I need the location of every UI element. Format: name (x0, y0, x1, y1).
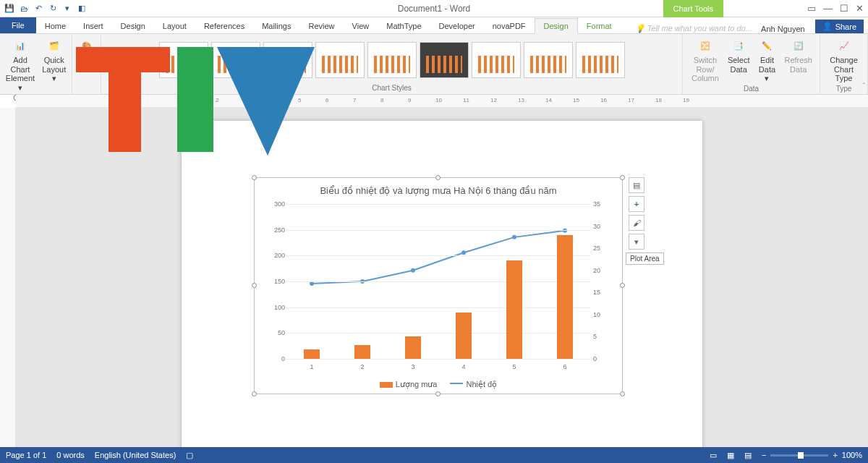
y-right-tick: 10 (593, 311, 610, 318)
y-right-tick: 20 (593, 267, 610, 274)
chart-side-buttons: ▤ + 🖌 ▾ (629, 177, 644, 250)
status-page[interactable]: Page 1 of 1 (6, 451, 46, 459)
view-read-mode-icon[interactable]: ▭ (710, 451, 717, 460)
group-type: 📈 Change Chart Type Type (820, 34, 868, 94)
group-change-colors: 🎨 (72, 34, 101, 94)
tab-chart-format[interactable]: Format (578, 19, 621, 33)
tab-review[interactable]: Review (300, 19, 344, 33)
status-language[interactable]: English (United States) (95, 451, 176, 459)
category-label: 3 (405, 363, 421, 370)
edit-data-button[interactable]: ✏️ Edit Data ▾ (754, 35, 780, 85)
legend-item-line[interactable]: Nhiệt độ (450, 380, 497, 389)
chart-styles-button[interactable]: 🖌 (629, 215, 644, 231)
touch-mode-icon[interactable]: ◧ (77, 4, 87, 14)
select-data-icon: 📑 (728, 37, 749, 54)
plot-area[interactable]: 05010015020025030005101520253035123456 (286, 204, 590, 359)
chart-style-thumb[interactable] (472, 42, 521, 78)
zoom-out-icon[interactable]: − (762, 451, 766, 459)
category-label: 4 (456, 363, 472, 370)
tab-insert[interactable]: Insert (75, 19, 112, 33)
open-icon[interactable]: 🗁 (19, 4, 29, 14)
minimize-icon[interactable]: — (823, 3, 833, 14)
chart-style-thumb[interactable] (576, 42, 625, 78)
view-print-layout-icon[interactable]: ▦ (727, 451, 734, 460)
refresh-data-button: 🔄 Refresh Data (781, 35, 815, 75)
chart-style-thumb[interactable] (159, 42, 208, 78)
switch-row-column-icon: 🔀 (695, 37, 715, 54)
view-web-layout-icon[interactable]: ▤ (744, 451, 752, 460)
tab-layout[interactable]: Layout (154, 19, 195, 33)
y-right-tick: 35 (593, 200, 610, 208)
chart-styles-gallery[interactable] (156, 35, 628, 84)
bar[interactable] (557, 235, 573, 359)
chart-filters-button[interactable]: ▾ (629, 234, 644, 250)
tab-file[interactable]: File (0, 17, 36, 33)
bar[interactable] (304, 349, 320, 359)
ribbon-options-icon[interactable]: ▭ (807, 3, 816, 14)
horizontal-ruler[interactable]: 12345678910111213141516171819 (16, 95, 868, 108)
change-chart-type-button[interactable]: 📈 Change Chart Type (825, 35, 863, 85)
resize-handle[interactable] (252, 391, 257, 396)
category-label: 1 (304, 363, 320, 370)
maximize-icon[interactable]: ☐ (840, 3, 848, 14)
tab-chart-design[interactable]: Design (535, 18, 578, 34)
layout-options-button[interactable]: ▤ (629, 177, 644, 193)
tab-design[interactable]: Design (112, 19, 154, 33)
chart-style-thumb[interactable] (420, 42, 469, 78)
chart-object[interactable]: Biểu đồ nhiệt độ và lượng mưa Hà Nội 6 t… (254, 177, 623, 394)
resize-handle[interactable] (252, 175, 257, 180)
undo-icon[interactable]: ↶ (33, 4, 43, 14)
resize-handle[interactable] (252, 283, 257, 288)
edit-data-icon: ✏️ (757, 37, 777, 54)
select-data-button[interactable]: 📑 Select Data (725, 35, 753, 75)
bar[interactable] (456, 313, 472, 359)
resize-handle[interactable] (620, 175, 625, 180)
bar[interactable] (405, 336, 421, 359)
close-icon[interactable]: ✕ (856, 3, 864, 14)
chart-style-thumb[interactable] (367, 42, 417, 78)
zoom-level[interactable]: 100% (842, 451, 862, 459)
status-words[interactable]: 0 words (56, 451, 85, 459)
document-area[interactable]: Biểu đồ nhiệt độ và lượng mưa Hà Nội 6 t… (16, 108, 868, 447)
macro-recording-icon[interactable]: ▢ (186, 451, 193, 460)
y-left-tick: 250 (265, 226, 285, 234)
tab-home[interactable]: Home (36, 19, 75, 33)
chart-style-thumb[interactable] (524, 42, 573, 78)
page[interactable]: Biểu đồ nhiệt độ và lượng mưa Hà Nội 6 t… (182, 121, 702, 447)
change-colors-button[interactable]: 🎨 (74, 35, 100, 57)
tab-mailings[interactable]: Mailings (253, 19, 299, 33)
zoom-slider[interactable]: − + 100% (762, 451, 862, 459)
chart-style-thumb[interactable] (315, 42, 365, 78)
chart-style-thumb[interactable] (211, 42, 260, 78)
resize-handle[interactable] (620, 391, 625, 396)
redo-icon[interactable]: ↻ (48, 4, 58, 14)
legend-item-bar[interactable]: Lượng mưa (380, 380, 438, 389)
tab-view[interactable]: View (344, 19, 378, 33)
share-button[interactable]: 👤 Share (815, 20, 864, 33)
y-left-tick: 200 (265, 252, 285, 259)
resize-handle[interactable] (435, 175, 441, 180)
chart-style-thumb[interactable] (263, 42, 312, 78)
user-name[interactable]: Anh Nguyen (755, 25, 811, 33)
vertical-ruler[interactable] (0, 108, 16, 447)
quick-layout-button[interactable]: 🗂️ Quick Layout ▾ (39, 35, 69, 85)
resize-handle[interactable] (435, 391, 441, 396)
y-right-tick: 0 (593, 355, 610, 362)
collapse-ribbon-icon[interactable]: ˆ (863, 82, 865, 90)
tab-developer[interactable]: Developer (430, 19, 484, 33)
customize-qat-icon[interactable]: ▾ (62, 4, 72, 14)
tab-novapdf[interactable]: novaPDF (484, 19, 535, 33)
zoom-in-icon[interactable]: + (833, 451, 837, 459)
tab-references[interactable]: References (195, 19, 253, 33)
tell-me-search[interactable]: 💡 Tell me what you want to do... (621, 24, 755, 33)
add-chart-element-button[interactable]: 📊 Add Chart Element ▾ (3, 35, 38, 94)
chart-legend[interactable]: Lượng mưa Nhiệt độ (255, 380, 622, 389)
chart-elements-button[interactable]: + (629, 196, 644, 212)
resize-handle[interactable] (620, 283, 625, 288)
svg-point-3 (461, 250, 466, 255)
chart-title[interactable]: Biểu đồ nhiệt độ và lượng mưa Hà Nội 6 t… (255, 178, 622, 199)
bar[interactable] (506, 260, 522, 359)
save-icon[interactable]: 💾 (4, 4, 14, 14)
bar[interactable] (354, 345, 370, 359)
tab-mathtype[interactable]: MathType (378, 19, 430, 33)
